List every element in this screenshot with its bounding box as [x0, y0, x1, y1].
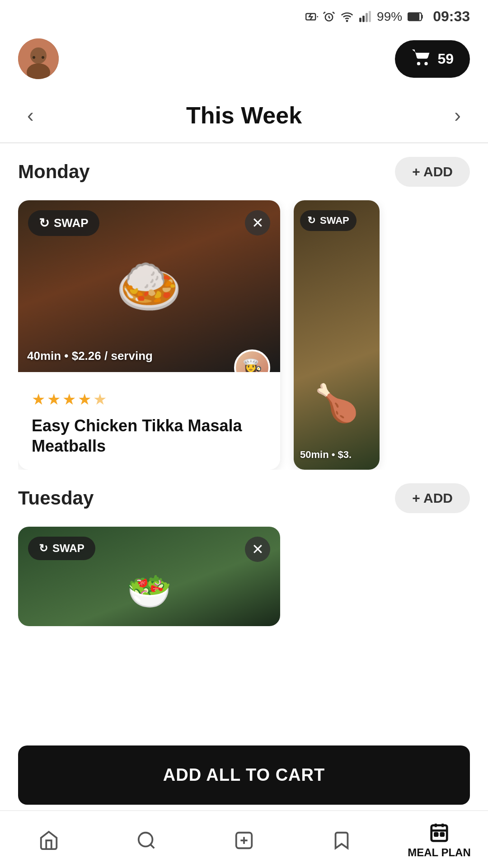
tikka-time-price: 40min • $2.26 / serving	[27, 349, 153, 363]
avatar[interactable]	[18, 38, 59, 79]
tuesday-label: Tuesday	[18, 487, 94, 509]
tikka-card-body: ★ ★ ★ ★ ★ Easy Chicken Tikka Masala Meat…	[18, 372, 280, 470]
lemon-time-price: 50min • $3.	[300, 449, 352, 460]
bottom-nav: MEAL PLAN	[0, 810, 488, 868]
home-icon	[38, 830, 59, 851]
battery-charging-icon	[305, 10, 318, 23]
nav-item-saved[interactable]	[310, 830, 373, 851]
lemon-food: 🍗	[294, 382, 380, 425]
svg-line-3	[333, 12, 334, 14]
alarm-icon	[323, 10, 335, 23]
tuesday-close-btn[interactable]: ✕	[245, 537, 270, 562]
tuesday-swap-label: SWAP	[52, 542, 84, 555]
divider	[0, 142, 488, 143]
wifi-icon	[340, 10, 354, 23]
svg-rect-8	[369, 11, 371, 22]
monday-section: Monday + ADD ↻ SWAP ✕ 🍛 40min • $2.26 / …	[0, 157, 488, 470]
tuesday-header: Tuesday + ADD	[18, 483, 470, 513]
bookmark-icon	[331, 830, 352, 851]
svg-point-14	[33, 56, 35, 59]
svg-rect-10	[408, 13, 419, 19]
svg-rect-6	[362, 15, 365, 22]
tikka-close-button[interactable]: ✕	[245, 210, 270, 236]
tuesday-section: Tuesday + ADD ↻ SWAP ✕ 🥗	[0, 483, 488, 626]
star-1: ★	[32, 390, 45, 408]
monday-header: Monday + ADD	[18, 157, 470, 187]
monday-cards-row: ↻ SWAP ✕ 🍛 40min • $2.26 / serving 👩‍🍳 ★…	[18, 200, 470, 470]
svg-point-15	[42, 56, 44, 59]
chef-avatar: 👩‍🍳	[234, 349, 270, 372]
calendar-icon	[429, 822, 450, 843]
nav-item-search[interactable]	[115, 830, 178, 851]
star-2: ★	[47, 390, 61, 408]
cart-count: 59	[437, 51, 454, 67]
nav-item-home[interactable]	[17, 830, 80, 851]
lemon-swap-icon: ↻	[307, 215, 315, 226]
week-nav: ‹ This Week ›	[0, 88, 488, 142]
svg-point-17	[425, 62, 428, 65]
svg-rect-28	[441, 833, 444, 836]
svg-line-19	[150, 844, 154, 848]
cart-button[interactable]: 59	[395, 40, 470, 78]
svg-point-12	[30, 47, 47, 64]
svg-rect-27	[435, 833, 437, 836]
star-4: ★	[78, 390, 91, 408]
star-3: ★	[62, 390, 76, 408]
status-icons	[305, 10, 371, 23]
svg-rect-23	[432, 826, 447, 841]
svg-point-16	[417, 62, 420, 65]
cart-icon	[411, 48, 431, 70]
tuesday-food: 🥗	[127, 570, 172, 613]
nav-item-add[interactable]	[212, 830, 276, 851]
tikka-card-image: ↻ SWAP ✕ 🍛 40min • $2.26 / serving 👩‍🍳	[18, 200, 280, 372]
lemon-swap-label: SWAP	[320, 215, 349, 226]
tikka-swap-button[interactable]: ↻ SWAP	[28, 210, 99, 236]
time-display: 09:33	[433, 8, 470, 25]
svg-rect-7	[366, 13, 368, 22]
battery-percent: 99%	[377, 9, 402, 24]
status-bar: 99% 09:33	[0, 0, 488, 29]
svg-point-18	[139, 833, 153, 847]
nav-item-mealplan[interactable]: MEAL PLAN	[408, 822, 471, 859]
tikka-card: ↻ SWAP ✕ 🍛 40min • $2.26 / serving 👩‍🍳 ★…	[18, 200, 280, 470]
svg-point-4	[347, 20, 347, 21]
header: 59	[0, 29, 488, 88]
search-icon	[136, 830, 157, 851]
tikka-swap-label: SWAP	[54, 216, 89, 230]
plus-square-icon	[234, 830, 254, 851]
tikka-info-overlay: 40min • $2.26 / serving	[27, 349, 153, 363]
signal-icon	[359, 10, 371, 23]
lemon-swap-button[interactable]: ↻ SWAP	[300, 210, 357, 231]
monday-add-button[interactable]: + ADD	[395, 157, 470, 187]
tuesday-swap-button[interactable]: ↻ SWAP	[28, 537, 95, 560]
tikka-title: Easy Chicken Tikka Masala Meatballs	[32, 415, 267, 456]
add-all-to-cart-button[interactable]: ADD ALL TO CART	[18, 745, 470, 805]
tuesday-add-button[interactable]: + ADD	[395, 483, 470, 513]
tuesday-card-partial: ↻ SWAP ✕ 🥗	[18, 527, 280, 626]
battery-icon	[408, 12, 424, 21]
tikka-stars: ★ ★ ★ ★ ★	[32, 390, 267, 408]
svg-rect-5	[359, 18, 361, 22]
tikka-food-image: 🍛	[115, 255, 183, 318]
prev-week-button[interactable]: ‹	[27, 104, 34, 127]
svg-line-2	[324, 12, 325, 14]
tuesday-swap-icon: ↻	[39, 542, 48, 555]
lemon-info-overlay: 50min • $3.	[300, 449, 352, 461]
monday-label: Monday	[18, 161, 90, 183]
next-week-button[interactable]: ›	[454, 104, 461, 127]
mealplan-label: MEAL PLAN	[408, 846, 471, 859]
week-title: This Week	[186, 102, 302, 129]
lemon-partial-card: ↻ SWAP 50min • $3. 🍗	[294, 200, 380, 470]
swap-icon: ↻	[39, 216, 49, 231]
star-5-half: ★	[93, 390, 107, 408]
